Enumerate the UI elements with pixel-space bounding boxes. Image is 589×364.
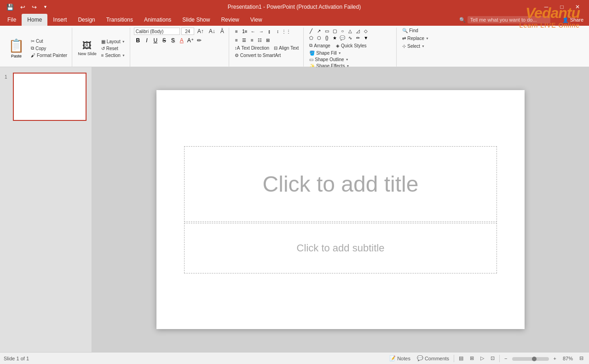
font-color-btn[interactable]: A xyxy=(178,36,186,45)
customize-quick-btn[interactable]: ▼ xyxy=(41,4,49,10)
right-triangle-btn[interactable]: ◿ xyxy=(354,28,362,34)
layout-icon: ▦ xyxy=(101,39,105,44)
align-justify-btn[interactable]: ☷ xyxy=(256,36,264,44)
menu-slideshow[interactable]: Slide Show xyxy=(177,14,215,26)
brace-btn[interactable]: {} xyxy=(323,34,330,41)
pentagon-btn[interactable]: ⬠ xyxy=(307,34,315,41)
line-shape-btn[interactable]: ╱ xyxy=(307,28,315,34)
zoom-thumb[interactable] xyxy=(532,357,537,361)
notes-btn[interactable]: 📝 Notes xyxy=(387,354,412,363)
zoom-slider[interactable] xyxy=(512,357,549,361)
font-name-input[interactable] xyxy=(134,28,180,35)
col-btn2[interactable]: ⋮⋮ xyxy=(283,28,290,35)
menu-view[interactable]: View xyxy=(245,14,268,26)
align-right-btn[interactable]: ≡ xyxy=(248,36,256,44)
paste-button[interactable]: 📋 Paste xyxy=(5,37,28,59)
more-shapes-btn[interactable]: ▼ xyxy=(362,34,370,41)
underline-btn[interactable]: U xyxy=(151,36,160,45)
strikethrough-btn[interactable]: S xyxy=(160,36,168,45)
menu-home[interactable]: Home xyxy=(22,14,47,26)
shape-fill-btn[interactable]: 🪣 Shape Fill ▼ xyxy=(307,50,351,56)
hexagon-btn[interactable]: ⬡ xyxy=(315,34,323,41)
select-btn[interactable]: ⊹ Select ▼ xyxy=(400,43,427,49)
numbering-btn[interactable]: 1≡ xyxy=(241,28,248,35)
callout-btn[interactable]: 💬 xyxy=(339,34,346,41)
increase-font-btn[interactable]: A↑ xyxy=(196,28,206,35)
menu-bar: File Home Insert Design Transitions Anim… xyxy=(0,14,589,26)
font-format-buttons: B I U S S A A⁺ ✏ xyxy=(134,36,203,45)
italic-btn[interactable]: I xyxy=(143,36,151,45)
diamond-btn[interactable]: ◇ xyxy=(362,28,370,34)
decrease-font-btn[interactable]: A↓ xyxy=(207,28,217,35)
menu-review[interactable]: Review xyxy=(215,14,244,26)
menu-insert[interactable]: Insert xyxy=(47,14,72,26)
slide-sorter-btn[interactable]: ⊞ xyxy=(468,354,476,363)
zoom-level[interactable]: 87% xyxy=(561,354,575,363)
search-icon: 🔍 xyxy=(459,17,466,23)
undo-quick-btn[interactable]: ↩ xyxy=(18,3,27,11)
curve-btn[interactable]: ∿ xyxy=(346,34,354,41)
star-btn[interactable]: ★ xyxy=(331,34,338,41)
notes-icon: 📝 xyxy=(389,355,396,361)
line-spacing-btn[interactable]: ↕ xyxy=(274,28,282,35)
shadow-btn[interactable]: S xyxy=(169,36,177,45)
comments-btn[interactable]: 💬 Comments xyxy=(415,354,451,363)
bullets-btn[interactable]: ≡ xyxy=(233,28,240,35)
clear-format-btn[interactable]: Ā xyxy=(219,28,226,35)
triangle-btn[interactable]: △ xyxy=(346,28,354,34)
bold-btn[interactable]: B xyxy=(134,36,142,45)
zoom-out-btn[interactable]: − xyxy=(502,354,509,363)
arrange-icon: ⧉ xyxy=(309,43,312,48)
align-center-btn[interactable]: ☰ xyxy=(241,36,248,44)
fit-btn[interactable]: ⊟ xyxy=(577,354,585,363)
quick-access-toolbar[interactable]: 💾 ↩ ↪ ▼ xyxy=(5,3,49,11)
reading-view-btn[interactable]: ▷ xyxy=(479,354,486,363)
format-painter-button[interactable]: 🖌 Format Painter xyxy=(29,52,69,58)
menu-animations[interactable]: Animations xyxy=(139,14,177,26)
columns-btn[interactable]: ⫿ xyxy=(266,28,273,35)
normal-view-btn[interactable]: ▤ xyxy=(457,354,465,363)
oval-btn[interactable]: ○ xyxy=(339,28,346,34)
align-text-btn[interactable]: ⊟ Align Text xyxy=(272,45,300,51)
canvas-area[interactable]: Click to add title Click to add subtitle xyxy=(92,67,589,352)
text-direction-btn[interactable]: ↕A Text Direction xyxy=(233,45,271,51)
menu-file[interactable]: File xyxy=(2,14,22,26)
subtitle-placeholder[interactable]: Click to add subtitle xyxy=(184,223,497,273)
section-button[interactable]: ≡ Section ▼ xyxy=(99,52,127,58)
freeform-btn[interactable]: ✏ xyxy=(354,34,362,41)
title-placeholder[interactable]: Click to add title xyxy=(184,146,497,222)
redo-quick-btn[interactable]: ↪ xyxy=(30,3,39,11)
slideshow-view-btn[interactable]: ⊡ xyxy=(489,354,497,363)
new-slide-icon: 🖼 xyxy=(82,40,92,51)
reset-button[interactable]: ↺ Reset xyxy=(99,46,127,51)
shape-outline-btn[interactable]: ▭ Shape Outline ▼ xyxy=(307,57,351,63)
rect-shape-btn[interactable]: ▭ xyxy=(323,28,330,34)
new-slide-button[interactable]: 🖼 New Slide xyxy=(76,40,98,57)
window-title: Presentation1 - PowerPoint (Product Acti… xyxy=(49,4,539,10)
arrow-shape-btn[interactable]: ↗ xyxy=(315,28,323,34)
slide-thumbnail[interactable] xyxy=(13,73,87,121)
menu-transitions[interactable]: Transitions xyxy=(101,14,139,26)
cut-button[interactable]: ✂ Cut xyxy=(29,38,69,44)
save-quick-btn[interactable]: 💾 xyxy=(5,3,16,11)
font-size-input[interactable] xyxy=(181,28,194,35)
align-left-btn[interactable]: ≡ xyxy=(233,36,240,44)
zoom-in-btn[interactable]: + xyxy=(552,354,558,363)
menu-design[interactable]: Design xyxy=(72,14,100,26)
slide-canvas[interactable]: Click to add title Click to add subtitle xyxy=(156,90,525,329)
find-btn[interactable]: 🔍 Find xyxy=(400,28,420,34)
round-rect-btn[interactable]: ▢ xyxy=(331,28,338,34)
quick-styles-btn[interactable]: ◈ Quick Styles xyxy=(334,43,369,49)
decrease-indent-btn[interactable]: ← xyxy=(249,28,257,35)
increase-indent-btn[interactable]: → xyxy=(258,28,265,35)
smartart-icon: ⚙ xyxy=(235,53,239,58)
drawing-group-content: ╱ ↗ ▭ ▢ ○ △ ◿ ◇ ⬠ ⬡ {} ★ 💬 ∿ ✏ ▼ xyxy=(307,28,393,69)
font-highlight-btn[interactable]: ✏ xyxy=(195,36,203,45)
font-size-up2-btn[interactable]: A⁺ xyxy=(186,36,195,45)
arrange-btn[interactable]: ⧉ Arrange xyxy=(307,42,332,49)
col-btn[interactable]: ⊞ xyxy=(264,36,271,44)
replace-btn[interactable]: ⇄ Replace ▼ xyxy=(400,35,431,41)
copy-button[interactable]: ⧉ Copy xyxy=(29,45,69,51)
layout-button[interactable]: ▦ Layout ▼ xyxy=(99,39,127,45)
convert-smartart-btn[interactable]: ⚙ Convert to SmartArt xyxy=(233,52,283,58)
